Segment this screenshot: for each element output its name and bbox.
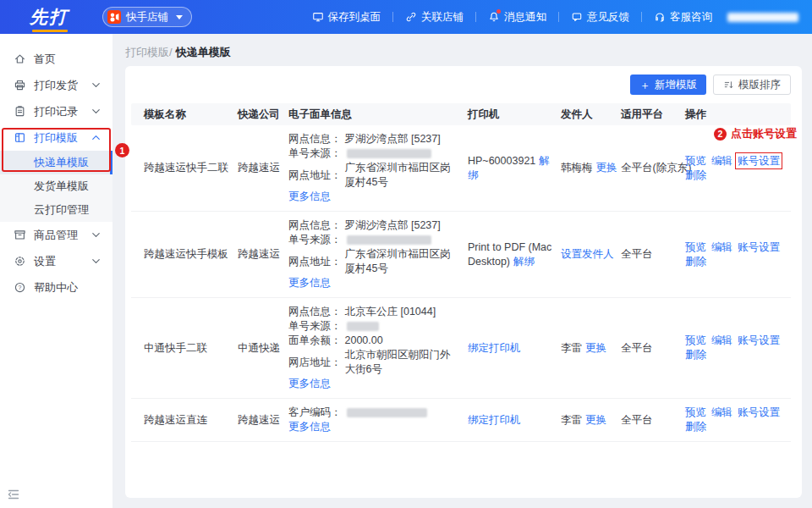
edit-link[interactable]: 编辑 (711, 406, 732, 418)
svg-text:?: ? (19, 284, 22, 290)
cell-sender: 韩梅梅更换 (561, 161, 621, 175)
template-icon (14, 131, 26, 144)
column-header-3: 电子面单信息 (288, 108, 468, 122)
sidebar-subitem-7[interactable]: 云打印管理 (0, 198, 112, 222)
cell-printer: Print to PDF (Mac Desktop)解绑 (468, 240, 561, 269)
topbar-nav: 保存到桌面关联店铺消息通知意见反馈客服咨询 (312, 10, 713, 25)
sort-template-button[interactable]: 模版排序 (713, 75, 791, 95)
bell-icon (488, 11, 500, 23)
more-info-link[interactable]: 更多信息 (288, 190, 331, 202)
table-body: 跨越速运快手二联跨越速运网点信息：罗湖沙湾点部 [5237]单号来源：网点地址：… (131, 125, 791, 442)
breadcrumb-parent[interactable]: 打印模版/ (125, 45, 173, 60)
topbar-item-2[interactable]: 关联店铺 (405, 10, 464, 25)
sidebar-item-label: 打印记录 (34, 104, 78, 119)
account-settings-link[interactable]: 账号设置 (738, 155, 780, 167)
table-row: 跨越速运快手模板跨越速运网点信息：罗湖沙湾点部 [5237]单号来源：网点地址：… (131, 212, 791, 298)
cell-actions: 预览编辑账号设置删除 (685, 240, 791, 269)
main-content: 打印模版/ 快递单模版 ＋ 新增模版 模版排序 模板名称快递公司电子面单信息打印… (112, 34, 812, 508)
sender-action-link[interactable]: 更换 (585, 414, 606, 426)
cell-express-company: 跨越速运 (238, 247, 288, 262)
account-settings-link[interactable]: 账号设置 (738, 406, 780, 418)
sidebar-subitem-6[interactable]: 发货单模版 (0, 174, 112, 198)
sender-action-link[interactable]: 更换 (585, 342, 606, 354)
more-info-link[interactable]: 更多信息 (288, 421, 331, 433)
printer-action-link[interactable]: 绑定打印机 (468, 414, 521, 426)
topbar-divider (392, 12, 393, 22)
chevron-down-icon (176, 15, 183, 19)
sidebar-item-3[interactable]: 打印记录 (0, 98, 112, 124)
sidebar-item-1[interactable]: 首页 (0, 46, 112, 72)
topbar-item-5[interactable]: 客服咨询 (654, 10, 712, 25)
cell-template-name: 跨越速运快手模板 (131, 247, 238, 262)
record-icon (14, 105, 26, 118)
chevron-up-icon (90, 131, 102, 144)
column-header-2: 快递公司 (238, 108, 288, 122)
account-settings-link[interactable]: 账号设置 (738, 334, 780, 346)
waybill-label: 客户编码： (288, 406, 342, 420)
sidebar-item-10[interactable]: ?帮助中心 (0, 274, 112, 301)
waybill-value: 广东省深圳市福田区岗厦村45号 (345, 161, 460, 190)
account-name-blurred[interactable] (727, 13, 798, 22)
sidebar-subitem-5[interactable]: 快递单模版 (0, 151, 112, 174)
sender-action-link[interactable]: 更换 (596, 162, 617, 174)
sidebar-item-2[interactable]: 打印发货 (0, 72, 112, 98)
waybill-label: 单号来源： (288, 319, 342, 334)
store-switcher[interactable]: 快手店铺 (102, 7, 192, 27)
account-settings-link[interactable]: 账号设置 (738, 241, 780, 253)
waybill-value: 北京车公庄 [01044] (345, 305, 436, 319)
waybill-line: 单号来源： (288, 233, 459, 247)
chevron-down-icon (90, 255, 102, 268)
annotation-step-2-label: 点击账号设置 (731, 126, 797, 141)
waybill-line: 网店地址：北京市朝阳区朝阳门外大街6号 (288, 348, 459, 377)
edit-link[interactable]: 编辑 (711, 334, 732, 346)
edit-link[interactable]: 编辑 (711, 155, 732, 167)
topbar-item-label: 保存到桌面 (328, 10, 381, 25)
sender-name: 李雷 (561, 414, 582, 426)
cell-waybill-info: 客户编码：更多信息 (288, 406, 468, 434)
printer-action-link[interactable]: 绑定打印机 (468, 342, 521, 354)
sidebar-item-9[interactable]: 设置 (0, 248, 112, 274)
sidebar: 首页打印发货打印记录打印模版快递单模版发货单模版云打印管理商品管理设置?帮助中心 (0, 34, 112, 508)
waybill-line: 网点地址：广东省深圳市福田区岗厦村45号 (288, 161, 459, 190)
sidebar-collapse-icon[interactable] (7, 488, 20, 501)
more-info-link[interactable]: 更多信息 (288, 378, 331, 389)
waybill-value: 罗湖沙湾点部 [5237] (345, 218, 441, 233)
delete-link[interactable]: 删除 (685, 169, 706, 181)
preview-link[interactable]: 预览 (685, 241, 706, 253)
preview-link[interactable]: 预览 (685, 155, 706, 167)
sidebar-item-8[interactable]: 商品管理 (0, 222, 112, 248)
topbar-item-4[interactable]: 意见反馈 (571, 10, 629, 25)
waybill-label: 网点信息： (288, 218, 342, 233)
printer-icon (14, 79, 26, 91)
delete-link[interactable]: 删除 (685, 421, 706, 433)
blurred-value (347, 235, 431, 245)
waybill-label: 单号来源： (288, 146, 342, 161)
sidebar-item-label: 打印模版 (34, 130, 78, 146)
column-header-4: 打印机 (468, 108, 561, 122)
waybill-value: 北京市朝阳区朝阳门外大街6号 (345, 348, 460, 377)
toolbar: ＋ 新增模版 模版排序 (136, 75, 791, 95)
sidebar-item-4[interactable]: 打印模版 (0, 124, 112, 151)
edit-link[interactable]: 编辑 (711, 241, 732, 253)
topbar-item-3[interactable]: 消息通知 (488, 10, 546, 25)
link-icon (405, 11, 417, 23)
more-info-link[interactable]: 更多信息 (288, 277, 331, 289)
cell-express-company: 中通快递 (238, 341, 288, 356)
sidebar-item-label: 帮助中心 (34, 280, 78, 295)
cell-platform: 全平台 (621, 341, 685, 356)
store-name: 快手店铺 (126, 10, 168, 25)
table-header: 模板名称快递公司电子面单信息打印机发件人适用平台操作 (131, 103, 791, 125)
column-header-5: 发件人 (561, 108, 621, 122)
topbar-divider (475, 12, 476, 22)
printer-action-link[interactable]: 解绑 (513, 256, 535, 268)
delete-link[interactable]: 删除 (685, 256, 706, 268)
preview-link[interactable]: 预览 (685, 334, 706, 346)
topbar: 先打 快手店铺 保存到桌面关联店铺消息通知意见反馈客服咨询 (0, 0, 812, 34)
sender-action-link[interactable]: 设置发件人 (561, 248, 614, 260)
preview-link[interactable]: 预览 (685, 406, 706, 418)
cell-template-name: 跨越速运快手二联 (131, 161, 238, 175)
topbar-item-1[interactable]: 保存到桌面 (312, 10, 381, 25)
add-template-button[interactable]: ＋ 新增模版 (630, 75, 706, 95)
delete-link[interactable]: 删除 (685, 349, 706, 361)
cell-sender: 设置发件人 (561, 247, 621, 262)
